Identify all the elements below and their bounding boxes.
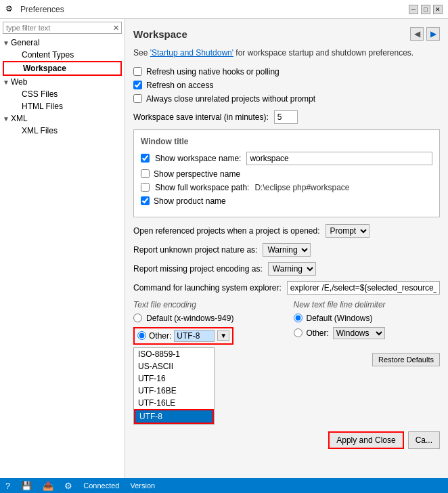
statusbar-settings-icon[interactable]: ⚙ [64, 481, 72, 491]
minimize-button[interactable]: ─ [409, 5, 418, 14]
panel-header: Workspace ◀ ▶ [133, 27, 440, 41]
encoding-left: Text file encoding Default (x-windows-94… [133, 300, 280, 425]
sidebar-item-general[interactable]: ▼ General [3, 37, 122, 49]
report-unknown-label: Report unknown project nature as: [133, 245, 257, 255]
sidebar-item-label-web: Web [11, 77, 27, 87]
restore-defaults-button[interactable]: Restore Defaults [372, 353, 440, 366]
show-full-path-checkbox[interactable] [141, 183, 150, 192]
restore-area: Restore Defaults [294, 353, 441, 366]
close-button[interactable]: ✕ [433, 5, 443, 14]
expand-arrow-web: ▼ [3, 79, 11, 86]
checkboxes-section: Refresh using native hooks or polling Re… [133, 67, 440, 104]
show-product-checkbox[interactable] [141, 196, 150, 205]
sidebar-search-box[interactable]: ✕ [3, 22, 122, 34]
sidebar: ✕ ▼ General Content Types Workspace ▼ We… [0, 19, 125, 478]
expand-arrow-general: ▼ [3, 39, 11, 47]
command-row: Command for launching system explorer: [133, 281, 440, 295]
desc-suffix: for workspace startup and shutdown prefe… [233, 48, 413, 58]
encoding-option-utf16le[interactable]: UTF-16LE [134, 397, 214, 409]
encoding-other-input[interactable] [174, 330, 215, 342]
line-delimiter-title: New text file line delimiter [294, 300, 441, 309]
statusbar-save-icon[interactable]: 💾 [21, 481, 32, 491]
encoding-section: Text file encoding Default (x-windows-94… [133, 300, 440, 425]
clear-search-button[interactable]: ✕ [111, 23, 121, 33]
encoding-title: Text file encoding [133, 300, 280, 309]
show-workspace-name-label: Show workspace name: [155, 154, 241, 163]
encoding-option-utf16[interactable]: UTF-16 [134, 372, 214, 385]
sidebar-item-css-files[interactable]: CSS Files [3, 88, 122, 100]
statusbar-connected: Connected [83, 481, 119, 490]
statusbar-export-icon[interactable]: 📤 [43, 481, 53, 491]
line-delimiter-other-label: Other: [307, 328, 329, 338]
line-delimiter-default-label: Default (Windows) [307, 314, 373, 323]
sidebar-item-html-files[interactable]: HTML Files [3, 100, 122, 112]
window-controls: ─ □ ✕ [409, 5, 443, 14]
encoding-option-ascii[interactable]: US-ASCII [134, 360, 214, 372]
report-unknown-row: Report unknown project nature as: Warnin… [133, 243, 440, 257]
apply-close-button[interactable]: Apply and Close [328, 431, 403, 449]
line-delimiter-select[interactable]: Windows Unix Mac OS X [333, 327, 385, 339]
encoding-option-utf16be[interactable]: UTF-16BE [134, 385, 214, 397]
close-unrelated-checkbox[interactable] [133, 94, 142, 103]
show-workspace-name-checkbox[interactable] [141, 154, 150, 163]
search-input[interactable] [3, 22, 111, 33]
show-product-label: Show product name [154, 196, 226, 206]
report-unknown-select[interactable]: Warning Ignore Error [263, 243, 311, 257]
forward-button[interactable]: ▶ [426, 27, 440, 41]
statusbar-version: Version [130, 481, 155, 490]
encoding-default-radio[interactable] [133, 314, 142, 322]
show-perspective-checkbox[interactable] [141, 169, 150, 178]
open-referenced-select[interactable]: Prompt Always Never [326, 224, 369, 238]
report-missing-label: Report missing project encoding as: [133, 264, 263, 274]
refresh-access-checkbox[interactable] [133, 81, 142, 89]
refresh-native-label: Refresh using native hooks or polling [146, 67, 279, 77]
titlebar-title: Preferences [20, 5, 409, 14]
sidebar-item-label-content-types: Content Types [22, 50, 74, 60]
statusbar-question[interactable]: ? [5, 481, 10, 491]
main-area: ✕ ▼ General Content Types Workspace ▼ We… [0, 19, 448, 478]
sidebar-item-workspace[interactable]: Workspace [3, 61, 122, 76]
show-perspective-row: Show perspective name [141, 169, 432, 179]
sidebar-item-content-types[interactable]: Content Types [3, 49, 122, 61]
encoding-option-iso[interactable]: ISO-8859-1 [134, 348, 214, 360]
question-icon: ? [5, 481, 10, 491]
full-path-value: D:\eclipse php#workspace [254, 183, 349, 192]
statusbar: ? 💾 📤 ⚙ Connected Version [0, 478, 448, 493]
line-delimiter-default-radio[interactable] [294, 314, 303, 322]
sidebar-item-label-css: CSS Files [22, 89, 58, 99]
encoding-default-row: Default (x-windows-949) [133, 314, 280, 323]
show-product-row: Show product name [141, 196, 432, 206]
line-delimiter-other-row: Other: Windows Unix Mac OS X [294, 327, 441, 339]
command-label: Command for launching system explorer: [133, 283, 282, 293]
refresh-native-checkbox[interactable] [133, 67, 142, 76]
encoding-option-utf8-selected[interactable]: UTF-8 [134, 409, 214, 424]
save-interval-row: Workspace save interval (in minutes): [133, 110, 440, 124]
startup-shutdown-link[interactable]: 'Startup and Shutdown' [150, 48, 233, 58]
show-perspective-label: Show perspective name [154, 169, 240, 179]
report-missing-select[interactable]: Warning Ignore Error [268, 262, 316, 276]
encoding-dropdown: ISO-8859-1 US-ASCII UTF-16 UTF-16BE UTF-… [133, 347, 215, 425]
save-interval-input[interactable] [274, 110, 298, 124]
sidebar-item-label-html: HTML Files [22, 102, 63, 111]
preferences-icon: ⚙ [5, 4, 16, 15]
cancel-button[interactable]: Ca... [408, 431, 440, 449]
sidebar-item-xml-files[interactable]: XML Files [3, 125, 122, 137]
encoding-other-radio[interactable] [137, 331, 146, 340]
line-delimiter-other-radio[interactable] [294, 328, 303, 337]
sidebar-item-xml[interactable]: ▼ XML [3, 112, 122, 125]
command-input[interactable] [287, 281, 440, 295]
version-text: Version [130, 481, 155, 490]
sidebar-item-label-workspace: Workspace [23, 64, 66, 73]
description-text: See 'Startup and Shutdown' for workspace… [133, 47, 440, 59]
back-button[interactable]: ◀ [410, 27, 424, 41]
connected-text: Connected [83, 481, 119, 490]
workspace-name-input[interactable] [246, 152, 432, 165]
panel-title: Workspace [133, 28, 187, 40]
refresh-native-row: Refresh using native hooks or polling [133, 67, 440, 77]
refresh-access-label: Refresh on access [146, 81, 213, 90]
encoding-dropdown-arrow[interactable]: ▼ [217, 330, 229, 341]
sidebar-item-web[interactable]: ▼ Web [3, 76, 122, 88]
line-delimiter-default-row: Default (Windows) [294, 314, 441, 323]
maximize-button[interactable]: □ [421, 5, 430, 14]
sidebar-item-label-general: General [11, 38, 40, 47]
